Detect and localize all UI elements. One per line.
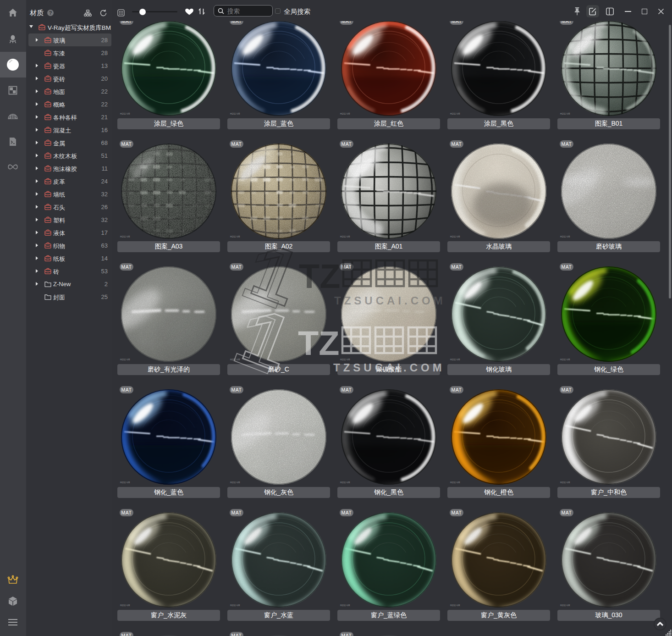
svg-text:TZ: TZ: [298, 324, 339, 362]
svg-text:TZ: TZ: [299, 257, 340, 295]
